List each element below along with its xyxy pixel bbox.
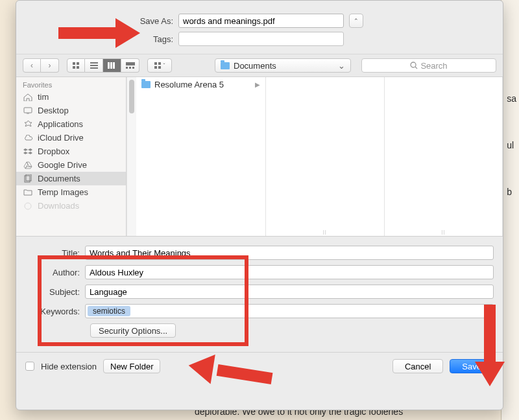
cancel-button[interactable]: Cancel	[392, 359, 443, 373]
sidebar-scrollbar[interactable]	[127, 77, 136, 236]
sidebar-item-documents[interactable]: Documents	[16, 172, 126, 185]
downloads-icon	[23, 202, 33, 211]
sidebar-item-label: Desktop	[38, 106, 69, 115]
subject-input[interactable]	[85, 285, 494, 299]
svg-rect-8	[110, 62, 112, 69]
new-folder-button[interactable]: New Folder	[103, 359, 160, 373]
hide-extension-checkbox[interactable]	[25, 362, 34, 371]
svg-rect-15	[158, 62, 161, 65]
sidebar-item-temp-images[interactable]: Temp Images	[16, 185, 126, 199]
sidebar: Favorites tim Desktop Applications iClou…	[16, 77, 127, 236]
scrollbar-thumb[interactable]	[129, 80, 134, 113]
sidebar-item-label: Applications	[38, 119, 83, 129]
author-input[interactable]	[85, 265, 494, 279]
subject-label: Subject:	[25, 287, 85, 297]
svg-rect-9	[113, 62, 115, 69]
svg-rect-10	[126, 62, 135, 65]
column-3[interactable]: ||	[385, 77, 503, 236]
desktop-icon	[23, 106, 33, 115]
svg-rect-5	[90, 65, 98, 66]
save-dialog: Save As: ⌃ Tags: ‹ ›	[16, 0, 503, 410]
title-input[interactable]	[85, 246, 494, 260]
sidebar-item-downloads[interactable]: Downloads	[16, 199, 126, 213]
search-icon	[410, 62, 418, 69]
svg-rect-17	[158, 66, 161, 69]
svg-rect-2	[73, 66, 75, 69]
view-gallery-button[interactable]	[121, 58, 139, 73]
keyword-token[interactable]: semiotics	[88, 306, 130, 316]
location-popup[interactable]: Documents ⌄	[215, 58, 351, 73]
gallery-icon	[126, 62, 135, 69]
view-list-button[interactable]	[85, 58, 103, 73]
sidebar-item-dropbox[interactable]: Dropbox	[16, 145, 126, 158]
columns-icon	[108, 62, 117, 69]
view-columns-button[interactable]	[103, 58, 121, 73]
title-label: Title:	[25, 248, 85, 258]
sidebar-item-gdrive[interactable]: Google Drive	[16, 158, 126, 172]
sidebar-item-label: Downloads	[38, 201, 79, 211]
folder-name: Resolume Arena 5	[154, 80, 224, 89]
sidebar-item-icloud[interactable]: iCloud Drive	[16, 131, 126, 145]
nav-back-button[interactable]: ‹	[23, 58, 41, 73]
svg-rect-13	[132, 67, 134, 69]
collapse-toggle[interactable]: ⌃	[349, 14, 363, 28]
dialog-footer: Hide extension New Folder Cancel Save	[16, 353, 503, 380]
tags-label: Tags:	[29, 34, 178, 44]
svg-point-24	[25, 203, 31, 209]
svg-rect-16	[154, 66, 157, 69]
svg-rect-11	[126, 67, 128, 69]
popup-arrows-icon: ⌄	[338, 61, 345, 71]
search-placeholder: Search	[420, 61, 447, 71]
folder-icon	[221, 62, 230, 69]
sidebar-header: Favorites	[16, 77, 126, 90]
save-button[interactable]: Save	[450, 359, 494, 373]
column-2[interactable]: ||	[266, 77, 385, 236]
location-name: Documents	[234, 61, 276, 71]
svg-rect-20	[24, 108, 32, 113]
chevron-up-icon: ⌃	[354, 18, 359, 24]
sidebar-item-label: Dropbox	[38, 146, 69, 156]
icon-grid-icon	[73, 62, 80, 69]
group-icon	[154, 62, 162, 69]
tags-input[interactable]	[178, 32, 344, 46]
column-1[interactable]: Resolume Arena 5 ▶	[136, 77, 266, 236]
column-resize-handle[interactable]: ||	[441, 229, 445, 235]
background-text-fragment: saulb	[507, 91, 516, 200]
svg-rect-4	[90, 62, 98, 64]
group-by-button[interactable]: ˇ	[147, 58, 172, 73]
sidebar-item-label: iCloud Drive	[38, 133, 84, 143]
svg-point-18	[411, 62, 416, 67]
column-resize-handle[interactable]: ||	[323, 229, 327, 235]
keywords-label: Keywords:	[25, 307, 85, 316]
security-options-button[interactable]: Security Options...	[90, 323, 176, 338]
applications-icon	[23, 120, 33, 129]
save-as-input[interactable]	[178, 14, 344, 28]
metadata-section: Title: Author: Subject: Keywords: semiot…	[16, 237, 503, 343]
chevron-left-icon: ‹	[30, 61, 33, 70]
sidebar-item-label: Google Drive	[38, 160, 87, 170]
sidebar-item-tim[interactable]: tim	[16, 90, 126, 104]
sidebar-item-desktop[interactable]: Desktop	[16, 104, 126, 117]
chevron-right-icon: ›	[49, 61, 51, 70]
folder-icon	[23, 188, 33, 197]
svg-rect-6	[90, 67, 98, 69]
search-field[interactable]: Search	[361, 58, 496, 73]
finder-toolbar: ‹ › ˇ Documents ⌄	[16, 54, 503, 77]
nav-forward-button[interactable]: ›	[41, 58, 59, 73]
svg-rect-1	[77, 62, 79, 65]
svg-rect-3	[77, 66, 79, 69]
author-label: Author:	[25, 268, 85, 277]
sidebar-item-applications[interactable]: Applications	[16, 117, 126, 131]
save-as-label: Save As:	[29, 16, 178, 26]
documents-icon	[23, 174, 33, 183]
view-icons-button[interactable]	[67, 58, 85, 73]
cloud-icon	[23, 134, 33, 143]
list-icon	[90, 62, 98, 69]
keywords-input[interactable]: semiotics	[85, 304, 494, 318]
sidebar-item-label: Documents	[38, 174, 80, 183]
home-icon	[23, 93, 33, 102]
svg-rect-12	[129, 67, 131, 69]
svg-rect-7	[108, 62, 110, 69]
sidebar-item-label: tim	[38, 92, 49, 102]
folder-item[interactable]: Resolume Arena 5 ▶	[136, 77, 265, 92]
